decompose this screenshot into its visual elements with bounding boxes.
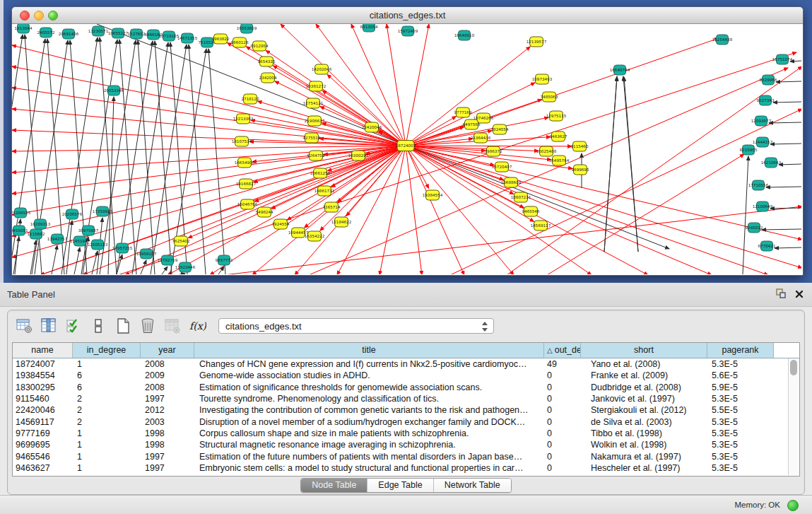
network-node-8912954[interactable]: 8912954 <box>251 41 269 51</box>
network-node-15751074[interactable]: 15751074 <box>772 54 793 64</box>
column-header-title[interactable]: title <box>194 343 544 358</box>
network-node-8215955[interactable]: 8215955 <box>740 145 758 155</box>
network-node-7963822[interactable]: 7963822 <box>212 34 230 44</box>
citation-network-graph[interactable]: 1913044240557220691406132305711065522715… <box>12 24 801 274</box>
node-table-header[interactable]: namein_degreeyeartitle△out_de…shortpager… <box>13 343 799 358</box>
network-node-9777169[interactable]: 9777169 <box>454 107 472 117</box>
memory-status-icon[interactable] <box>787 500 799 511</box>
network-node-10025488[interactable]: 10025488 <box>536 146 557 156</box>
cell-year: 1997 <box>141 452 194 462</box>
network-node-16053809[interactable]: 16053809 <box>237 24 257 33</box>
table-row[interactable]: 1830029562008Estimation of significance … <box>13 382 799 393</box>
cell-name: 19384554 <box>13 370 73 380</box>
network-canvas[interactable]: 1913044240557220691406132305711065522715… <box>12 24 801 274</box>
network-node-12444157[interactable]: 12444157 <box>753 137 773 147</box>
network-node-9465546[interactable]: 9465546 <box>522 206 540 216</box>
table-row[interactable]: 1938455462009Genome-wide association stu… <box>13 370 799 381</box>
column-header-name[interactable]: name <box>13 343 73 358</box>
network-node-7924554[interactable]: 7924554 <box>272 219 290 229</box>
network-node-9860128[interactable]: 9860128 <box>231 37 249 47</box>
column-header-short[interactable]: short <box>581 343 707 358</box>
network-window-titlebar[interactable]: citations_edges.txt <box>12 7 803 24</box>
network-node-9857771[interactable]: 9857771 <box>216 255 233 265</box>
network-node-2342004[interactable]: 2342004 <box>259 73 277 83</box>
table-row[interactable]: 1872400712008Changes of HCN gene express… <box>13 358 799 370</box>
network-node-9264752[interactable]: 9264752 <box>307 151 325 160</box>
float-panel-icon[interactable] <box>776 288 787 301</box>
network-node-1115682[interactable]: 1115682 <box>28 229 45 239</box>
network-node-11923446[interactable]: 11923446 <box>175 262 196 272</box>
network-node-2405572[interactable]: 2405572 <box>37 28 55 37</box>
table-row[interactable]: 977716911998Corpus callosum shape and si… <box>13 428 799 439</box>
network-node-16640910[interactable]: 16640910 <box>454 30 475 40</box>
network-node-1654335[interactable]: 1654335 <box>258 57 276 66</box>
network-node-15972409[interactable]: 15972409 <box>398 26 418 36</box>
network-node-3824554[interactable]: 3824554 <box>491 124 509 134</box>
network-node-18107534[interactable]: 18107534 <box>232 136 252 146</box>
tab-network-table[interactable]: Network Table <box>433 479 511 492</box>
network-node-12213363[interactable]: 12213363 <box>233 114 254 124</box>
network-node-7265714[interactable]: 7265714 <box>323 202 341 212</box>
network-node-16210643[interactable]: 16210643 <box>761 158 782 168</box>
tab-node-table[interactable]: Node Table <box>301 479 367 492</box>
network-node-12184622[interactable]: 12184622 <box>331 217 351 227</box>
network-node-19384554[interactable]: 19384554 <box>423 190 443 200</box>
function-builder-icon[interactable]: f(x) <box>188 317 206 335</box>
table-row[interactable]: 2242004622012Investigating the contribut… <box>13 404 799 416</box>
network-node-9699695[interactable]: 9699695 <box>572 165 589 175</box>
delete-column-icon[interactable] <box>139 317 157 335</box>
table-row[interactable]: 946554611997Estimation of the future num… <box>13 450 799 462</box>
table-row[interactable]: 911546021997Tourette syndrome. Phenomeno… <box>13 393 799 404</box>
column-header-pagerank[interactable]: pagerank <box>707 343 774 358</box>
new-column-icon[interactable] <box>114 317 132 335</box>
network-node-9329966[interactable]: 9329966 <box>760 75 777 85</box>
network-node-2718120[interactable]: 2718120 <box>242 94 259 104</box>
network-node-9455051[interactable]: 9455051 <box>12 226 28 235</box>
network-node-14671355[interactable]: 14671355 <box>177 33 198 43</box>
network-node-12100649[interactable]: 12100649 <box>753 201 773 211</box>
network-node-16648784[interactable]: 16648784 <box>610 65 630 75</box>
node-table-body[interactable]: 1872400712008Changes of HCN gene express… <box>13 358 799 474</box>
close-panel-icon[interactable] <box>795 288 804 301</box>
network-node-20206576[interactable]: 20206576 <box>62 209 83 219</box>
network-node-25206505[interactable]: 25206505 <box>12 208 31 218</box>
network-node-18209313[interactable]: 18209313 <box>30 219 51 229</box>
table-mode-icon[interactable] <box>15 317 33 335</box>
row-options-icon[interactable] <box>89 317 107 335</box>
network-node-14202046[interactable]: 14202046 <box>312 64 332 74</box>
network-node-8813054[interactable]: 8813054 <box>360 24 378 32</box>
network-node-20691406[interactable]: 20691406 <box>59 29 79 39</box>
network-node-7986372[interactable]: 7986372 <box>485 146 502 156</box>
network-node-17710556[interactable]: 17710556 <box>748 180 769 190</box>
network-node-11254438[interactable]: 11254438 <box>712 35 733 45</box>
network-node-9245012[interactable]: 9245012 <box>746 223 763 233</box>
select-columns-icon[interactable] <box>64 317 83 335</box>
table-row[interactable]: 946362711997Embryonic stem cells: a mode… <box>13 462 799 474</box>
network-node-12093877[interactable]: 12093877 <box>751 116 772 126</box>
network-node-7625402[interactable]: 7625402 <box>172 236 190 246</box>
network-node-9115460[interactable]: 9115460 <box>571 141 589 151</box>
network-node-4275512[interactable]: 4275512 <box>303 133 321 143</box>
network-node-12975115[interactable]: 12975115 <box>546 111 567 121</box>
network-node-7485063[interactable]: 7485063 <box>541 92 558 102</box>
show-column-icon[interactable] <box>40 317 58 335</box>
network-node-5498244[interactable]: 5498244 <box>256 207 273 217</box>
column-header-in_degree[interactable]: in_degree <box>73 343 141 358</box>
network-node-22420046[interactable]: 22420046 <box>362 122 382 132</box>
table-row[interactable]: 1456911722003Disruption of a novel membe… <box>13 416 799 427</box>
network-node-6497568[interactable]: 6497568 <box>463 119 481 129</box>
network-node-1913044[interactable]: 1913044 <box>15 24 33 33</box>
tab-edge-table[interactable]: Edge Table <box>367 479 433 492</box>
network-node-12139577[interactable]: 12139577 <box>526 37 547 47</box>
network-node-15046766[interactable]: 15046766 <box>237 199 258 209</box>
table-vertical-scrollbar[interactable] <box>788 358 799 475</box>
network-node-9463627[interactable]: 9463627 <box>550 132 567 141</box>
column-header-out_de[interactable]: △out_de… <box>544 343 581 358</box>
network-node-18724007[interactable]: 18724007 <box>396 141 416 151</box>
table-row[interactable]: 969969511998Structural magnetic resonanc… <box>13 439 799 450</box>
column-header-year[interactable]: year <box>141 343 194 358</box>
network-node-6770421[interactable]: 6770421 <box>758 241 776 251</box>
table-selector-dropdown[interactable]: citations_edges.txt <box>218 318 494 334</box>
scrollbar-thumb[interactable] <box>790 360 797 375</box>
network-node-20053346[interactable]: 20053346 <box>104 86 124 95</box>
